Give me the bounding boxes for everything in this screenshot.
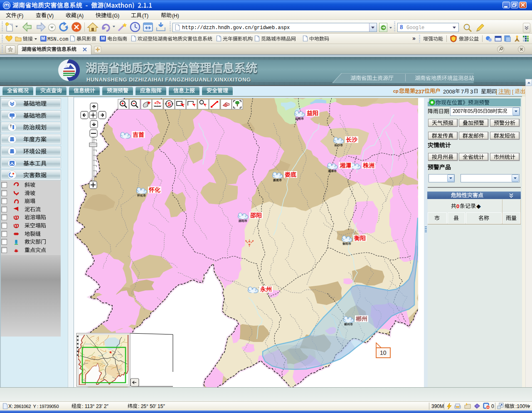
svg-text:?: ?	[156, 101, 159, 105]
svg-text:10: 10	[380, 349, 387, 356]
svg-text:S: S	[167, 101, 171, 107]
